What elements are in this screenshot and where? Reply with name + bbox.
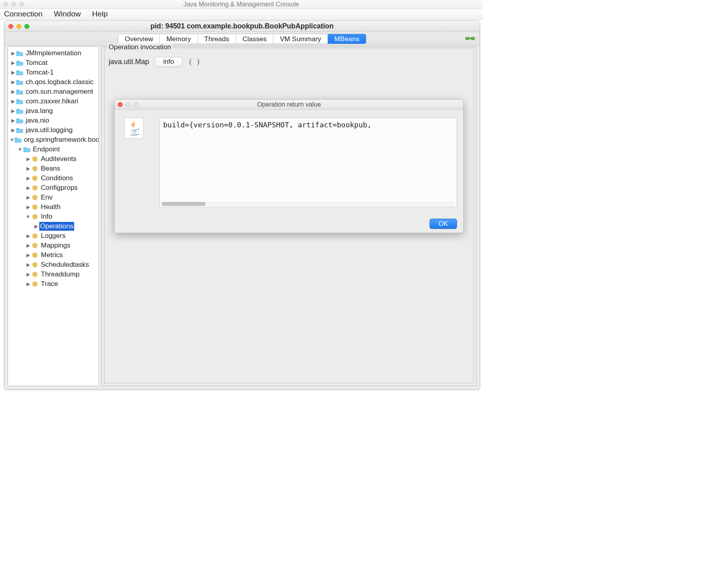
tree-item[interactable]: ▶java.nio	[8, 116, 99, 125]
menu-help[interactable]: Help	[92, 10, 108, 19]
tree-item[interactable]: ▶Health	[8, 202, 99, 212]
disclosure-icon[interactable]: ▶	[25, 174, 31, 183]
folder-icon	[16, 69, 23, 76]
tree-item-label: Scheduledtasks	[40, 260, 90, 269]
disclosure-icon[interactable]: ▶	[25, 203, 31, 211]
disclosure-icon[interactable]: ▶	[10, 126, 16, 135]
disclosure-icon[interactable]: ▶	[25, 164, 31, 173]
disclosure-icon[interactable]: ▶	[25, 260, 31, 269]
disclosure-icon[interactable]: ▶	[10, 97, 16, 106]
tree-item[interactable]: ▶Trace	[8, 279, 99, 289]
tree-item-label: java.nio	[25, 116, 50, 125]
disclosure-icon[interactable]: ▶	[10, 68, 16, 77]
tree-item[interactable]: ▼Endpoint	[8, 145, 99, 154]
tab-threads[interactable]: Threads	[198, 34, 236, 44]
mbean-icon	[31, 185, 38, 191]
tab-overview[interactable]: Overview	[118, 34, 160, 44]
menu-connection[interactable]: Connection	[4, 10, 42, 19]
doc-window-title: pid: 94501 com.example.bookpub.BookPubAp…	[4, 22, 480, 30]
tab-classes[interactable]: Classes	[236, 34, 273, 44]
tree-item[interactable]: ▶Loggers	[8, 231, 99, 241]
tree-item-label: Mappings	[40, 241, 71, 250]
tree-item[interactable]: ▶ch.qos.logback.classic	[8, 77, 99, 87]
folder-icon	[16, 108, 23, 114]
mbean-icon	[31, 213, 38, 220]
tree-item[interactable]: ▶com.sun.management	[8, 87, 99, 97]
disclosure-icon[interactable]: ▶	[25, 251, 31, 260]
disclosure-icon[interactable]: ▼	[10, 135, 14, 144]
disclosure-icon[interactable]: ▶	[10, 107, 16, 115]
tree-item-label: Health	[40, 203, 61, 211]
tree-item[interactable]: ▶Threaddump	[8, 270, 99, 279]
mbean-icon	[31, 281, 38, 287]
tree-item[interactable]: ▶java.lang	[8, 106, 99, 116]
horizontal-scrollbar[interactable]	[162, 202, 455, 206]
tree-item-label: org.springframework.boot	[23, 135, 99, 144]
tree-item[interactable]: ▶Auditevents	[8, 154, 99, 164]
java-icon	[124, 118, 143, 139]
disclosure-icon[interactable]: ▶	[25, 232, 31, 240]
mbean-tree-panel: ▶JMImplementation ▶Tomcat ▶Tomcat-1 ▶ch.…	[8, 46, 99, 386]
tree-item[interactable]: ▶JMImplementation	[8, 48, 99, 58]
ok-button[interactable]: OK	[430, 219, 457, 229]
tree-item-label: Metrics	[40, 251, 64, 260]
tree-item-label: Configprops	[40, 183, 79, 192]
folder-icon	[16, 127, 23, 133]
menu-window[interactable]: Window	[54, 10, 81, 19]
disclosure-icon[interactable]: ▶	[25, 270, 31, 279]
tree-item-label: com.sun.management	[25, 87, 94, 96]
tree-item[interactable]: ▶Env	[8, 193, 99, 202]
tree-item[interactable]: ▶com.zaxxer.hikari	[8, 97, 99, 106]
tree-item-label: Endpoint	[32, 145, 61, 154]
tree-item-label: java.util.logging	[25, 126, 73, 135]
operation-invocation-panel: Operation invocation java.util.Map info …	[104, 48, 474, 383]
tree-item[interactable]: ▶Conditions	[8, 173, 99, 183]
disclosure-icon[interactable]: ▼	[25, 212, 31, 221]
tree-item-label: JMImplementation	[25, 49, 82, 58]
tree-item-label: Operations	[39, 222, 74, 231]
mbean-icon	[31, 242, 38, 249]
folder-icon	[16, 117, 23, 124]
dialog-title: Operation return value	[115, 101, 463, 108]
disclosure-icon[interactable]: ▶	[25, 155, 31, 163]
disclosure-icon[interactable]: ▶	[25, 241, 31, 250]
tree-item[interactable]: ▼Info	[8, 212, 99, 222]
menubar: Connection Window Help	[0, 9, 483, 20]
result-textbox[interactable]: build={version=0.0.1-SNAPSHOT, artifact=…	[160, 118, 457, 207]
tab-mbeans[interactable]: MBeans	[328, 34, 366, 44]
panel-title: Operation invocation	[107, 43, 173, 51]
tree-item-label: ch.qos.logback.classic	[25, 78, 94, 87]
disclosure-icon[interactable]: ▶	[10, 78, 16, 87]
tree-item[interactable]: ▶Metrics	[8, 250, 99, 260]
tree-item[interactable]: ▶Configprops	[8, 183, 99, 193]
outer-window-titlebar: Java Monitoring & Management Console	[0, 0, 483, 9]
disclosure-icon[interactable]: ▶	[25, 280, 31, 288]
disclosure-icon[interactable]: ▼	[17, 145, 23, 154]
tree-item-operations[interactable]: ▶Operations	[8, 222, 99, 231]
disclosure-icon[interactable]: ▶	[10, 116, 16, 125]
tab-vm-summary[interactable]: VM Summary	[273, 34, 328, 44]
connection-status-icon[interactable]	[465, 34, 475, 42]
content-panel: Operation invocation java.util.Map info …	[101, 46, 477, 386]
disclosure-icon[interactable]: ▶	[10, 87, 16, 96]
tree-item[interactable]: ▶Tomcat	[8, 58, 99, 68]
tree-item[interactable]: ▶java.util.logging	[8, 125, 99, 135]
disclosure-icon[interactable]: ▶	[10, 49, 16, 58]
invoke-operation-button[interactable]: info	[155, 57, 182, 67]
tree-item[interactable]: ▼org.springframework.boot	[8, 135, 99, 145]
disclosure-icon[interactable]: ▶	[33, 222, 39, 231]
svg-rect-1	[471, 37, 475, 40]
disclosure-icon[interactable]: ▶	[25, 193, 31, 202]
tree-item[interactable]: ▶Scheduledtasks	[8, 260, 99, 270]
document-window: pid: 94501 com.example.bookpub.BookPubAp…	[4, 20, 480, 390]
tree-item[interactable]: ▶Tomcat-1	[8, 68, 99, 77]
tree-item-label: Auditevents	[40, 155, 77, 163]
tab-bar: Overview Memory Threads Classes VM Summa…	[4, 32, 480, 46]
disclosure-icon[interactable]: ▶	[25, 183, 31, 192]
tree-item[interactable]: ▶Mappings	[8, 241, 99, 250]
mbean-icon	[31, 252, 38, 258]
mbean-icon	[31, 233, 38, 239]
tab-memory[interactable]: Memory	[160, 34, 198, 44]
tree-item[interactable]: ▶Beans	[8, 164, 99, 173]
disclosure-icon[interactable]: ▶	[10, 58, 16, 67]
